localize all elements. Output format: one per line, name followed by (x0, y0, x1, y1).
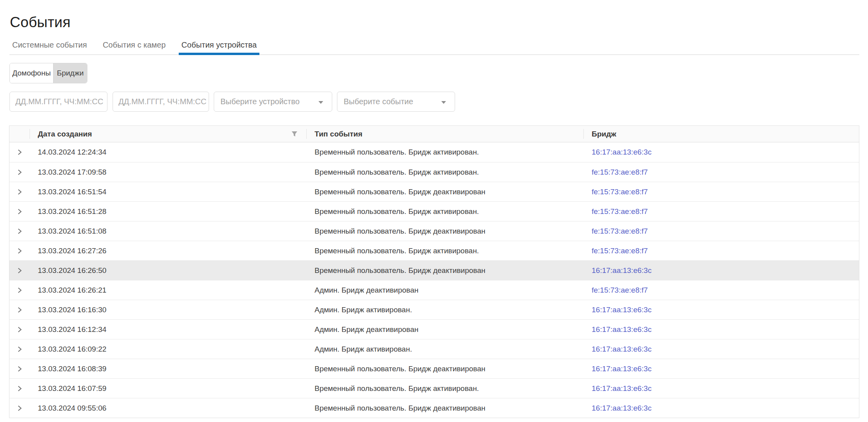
column-divider (306, 129, 307, 139)
bridge-link[interactable]: fe:15:73:ae:e8:f7 (592, 168, 648, 176)
event-date: 13.03.2024 16:51:54 (30, 188, 306, 196)
table-row[interactable]: 13.03.2024 16:07:59 Временный пользовате… (9, 378, 859, 398)
date-to-input[interactable] (113, 92, 209, 112)
chevron-right-icon[interactable] (17, 405, 22, 411)
bridge-link[interactable]: 16:17:aa:13:e6:3c (592, 266, 651, 275)
tab-system-events[interactable]: Системные события (9, 41, 90, 55)
bridge-link[interactable]: fe:15:73:ae:e8:f7 (592, 227, 648, 235)
bridge-link[interactable]: 16:17:aa:13:e6:3c (592, 384, 651, 393)
bridge-link[interactable]: fe:15:73:ae:e8:f7 (592, 188, 648, 196)
caret-down-icon (441, 101, 446, 104)
table-header: Дата создания Тип события Бридж (9, 126, 859, 142)
table-row[interactable]: 13.03.2024 16:26:21 Админ. Бридж деактив… (9, 280, 859, 300)
chevron-right-icon[interactable] (17, 248, 22, 254)
event-type: Админ. Бридж активирован. (306, 345, 583, 354)
table-row[interactable]: 13.03.2024 09:55:06 Временный пользовате… (9, 398, 859, 418)
event-type: Временный пользователь. Бридж активирова… (306, 384, 583, 393)
event-type: Временный пользователь. Бридж деактивиро… (306, 365, 583, 373)
event-type: Временный пользователь. Бридж деактивиро… (306, 227, 583, 236)
event-date: 13.03.2024 17:09:58 (30, 168, 306, 177)
event-type: Временный пользователь. Бридж активирова… (306, 168, 583, 177)
bridge-link[interactable]: fe:15:73:ae:e8:f7 (592, 207, 648, 216)
type-column-header: Тип события (306, 126, 583, 142)
filter-funnel-icon[interactable] (291, 131, 298, 137)
table-row[interactable]: 13.03.2024 16:51:54 Временный пользовате… (9, 182, 859, 201)
event-type: Временный пользователь. Бридж деактивиро… (306, 266, 583, 275)
table-row[interactable]: 13.03.2024 16:51:08 Временный пользовате… (9, 221, 859, 241)
bridge-link[interactable]: 16:17:aa:13:e6:3c (592, 306, 651, 314)
bridge-column-label: Бридж (592, 130, 616, 138)
bridge-link[interactable]: 16:17:aa:13:e6:3c (592, 345, 651, 353)
chevron-right-icon[interactable] (17, 189, 22, 195)
column-divider (30, 129, 30, 139)
bridge-column-header: Бридж (583, 126, 859, 142)
table-row[interactable]: 13.03.2024 16:27:26 Временный пользовате… (9, 241, 859, 260)
type-column-label: Тип события (315, 130, 363, 138)
event-date: 13.03.2024 09:55:06 (30, 404, 306, 413)
toggle-intercoms-button[interactable]: Домофоны (10, 63, 53, 83)
event-date: 13.03.2024 16:16:30 (30, 306, 306, 314)
event-date: 13.03.2024 16:08:39 (30, 365, 306, 373)
chevron-right-icon[interactable] (17, 267, 22, 274)
column-divider (583, 129, 584, 139)
date-from-input[interactable] (9, 92, 107, 112)
event-date: 13.03.2024 16:51:08 (30, 227, 306, 236)
table-row[interactable]: 14.03.2024 12:24:34 Временный пользовате… (9, 142, 859, 162)
expand-column-header (9, 126, 30, 142)
event-date: 13.03.2024 16:27:26 (30, 247, 306, 255)
tabs: Системные события События с камер Событи… (9, 41, 859, 55)
event-date: 13.03.2024 16:09:22 (30, 345, 306, 354)
chevron-right-icon[interactable] (17, 385, 22, 392)
table-row[interactable]: 13.03.2024 16:16:30 Админ. Бридж активир… (9, 300, 859, 319)
tab-device-events[interactable]: События устройства (179, 41, 259, 55)
device-type-toggle: Домофоны Бриджи (9, 63, 87, 83)
event-type: Временный пользователь. Бридж активирова… (306, 207, 583, 216)
table-row[interactable]: 13.03.2024 16:26:50 Временный пользовате… (9, 260, 859, 280)
device-select-placeholder: Выберите устройство (220, 97, 300, 106)
toggle-bridges-button[interactable]: Бриджи (53, 63, 87, 83)
chevron-right-icon[interactable] (17, 307, 22, 313)
event-date: 14.03.2024 12:24:34 (30, 148, 306, 157)
table-body: 14.03.2024 12:24:34 Временный пользовате… (9, 142, 859, 418)
event-date: 13.03.2024 16:26:50 (30, 266, 306, 275)
filters-bar: Выберите устройство Выберите событие (0, 92, 868, 112)
caret-down-icon (318, 101, 323, 104)
event-type: Временный пользователь. Бридж активирова… (306, 247, 583, 255)
bridge-link[interactable]: fe:15:73:ae:e8:f7 (592, 286, 648, 294)
event-date: 13.03.2024 16:07:59 (30, 384, 306, 393)
event-select-placeholder: Выберите событие (344, 97, 413, 106)
tab-camera-events[interactable]: События с камер (100, 41, 168, 55)
event-type: Админ. Бридж деактивирован (306, 286, 583, 295)
date-column-header: Дата создания (30, 126, 306, 142)
bridge-link[interactable]: 16:17:aa:13:e6:3c (592, 325, 651, 334)
table-row[interactable]: 13.03.2024 16:51:28 Временный пользовате… (9, 201, 859, 221)
bridge-link[interactable]: 16:17:aa:13:e6:3c (592, 404, 651, 412)
events-table: Дата создания Тип события Бридж 14.03.20… (9, 125, 859, 418)
chevron-right-icon[interactable] (17, 228, 22, 234)
table-row[interactable]: 13.03.2024 16:08:39 Временный пользовате… (9, 359, 859, 378)
event-type: Временный пользователь. Бридж деактивиро… (306, 188, 583, 196)
chevron-right-icon[interactable] (17, 326, 22, 333)
table-row[interactable]: 13.03.2024 16:12:34 Админ. Бридж деактив… (9, 319, 859, 339)
event-type: Временный пользователь. Бридж активирова… (306, 148, 583, 157)
bridge-link[interactable]: 16:17:aa:13:e6:3c (592, 148, 651, 156)
bridge-link[interactable]: fe:15:73:ae:e8:f7 (592, 247, 648, 255)
event-type: Временный пользователь. Бридж деактивиро… (306, 404, 583, 413)
chevron-right-icon[interactable] (17, 346, 22, 352)
device-select[interactable]: Выберите устройство (214, 92, 332, 112)
event-type: Админ. Бридж активирован. (306, 306, 583, 314)
chevron-right-icon[interactable] (17, 169, 22, 175)
page-title: События (10, 14, 70, 31)
chevron-right-icon[interactable] (17, 208, 22, 215)
bridge-link[interactable]: 16:17:aa:13:e6:3c (592, 365, 651, 373)
table-row[interactable]: 13.03.2024 16:09:22 Админ. Бридж активир… (9, 339, 859, 359)
date-column-label: Дата создания (38, 130, 92, 138)
event-select[interactable]: Выберите событие (337, 92, 455, 112)
chevron-right-icon[interactable] (17, 366, 22, 372)
chevron-right-icon[interactable] (17, 149, 22, 155)
event-date: 13.03.2024 16:12:34 (30, 325, 306, 334)
event-type: Админ. Бридж деактивирован (306, 325, 583, 334)
table-row[interactable]: 13.03.2024 17:09:58 Временный пользовате… (9, 162, 859, 182)
event-date: 13.03.2024 16:26:21 (30, 286, 306, 295)
chevron-right-icon[interactable] (17, 287, 22, 293)
